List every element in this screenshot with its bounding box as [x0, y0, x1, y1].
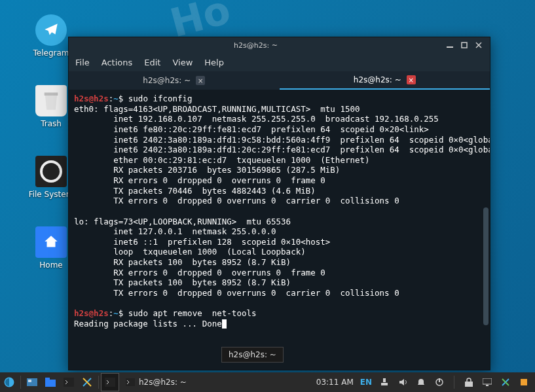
menu-bar: File Actions Edit View Help [69, 53, 490, 71]
menu-edit[interactable]: Edit [144, 58, 160, 67]
svg-rect-10 [383, 378, 386, 382]
app-menu-button[interactable] [0, 373, 18, 391]
terminal-launcher[interactable] [60, 373, 78, 391]
svg-rect-16 [486, 385, 489, 386]
trash-icon [35, 85, 67, 116]
svg-rect-0 [447, 46, 453, 48]
window-titlebar[interactable]: h2s@h2s: ~ [69, 37, 490, 53]
tab-label: h2s@h2s: ~ [354, 75, 401, 84]
taskbar-window-label: h2s@h2s: ~ [139, 378, 187, 387]
terminal-output[interactable]: h2s@h2s:~$ sudo ifconfig eth0: flags=416… [69, 90, 490, 370]
notifications-icon[interactable] [415, 378, 427, 387]
disk-icon [35, 156, 67, 187]
taskbar: h2s@h2s: ~ 03:11 AM EN [0, 372, 535, 392]
separator [454, 376, 454, 389]
lock-icon[interactable] [463, 378, 475, 387]
svg-rect-15 [483, 378, 492, 384]
window-title: h2s@h2s: ~ [69, 41, 443, 50]
svg-rect-13 [439, 378, 440, 382]
display-icon[interactable] [481, 378, 493, 386]
volume-icon[interactable] [397, 378, 409, 387]
taskbar-window-button[interactable]: h2s@h2s: ~ [119, 372, 193, 392]
terminal-icon [126, 378, 135, 386]
running-terminal-button[interactable] [101, 373, 119, 391]
tooltip: h2s@h2s: ~ [221, 347, 284, 363]
prompt-host: h2s@h2s [74, 308, 109, 318]
separator [98, 376, 99, 389]
menu-view[interactable]: View [172, 58, 193, 67]
output-block: eth0: flags=4163<UP,BROADCAST,RUNNING,MU… [74, 104, 490, 298]
svg-rect-11 [381, 383, 388, 385]
tray-icon-2[interactable] [518, 378, 530, 387]
prompt-path: ~ [113, 308, 119, 318]
menu-help[interactable]: Help [204, 58, 224, 67]
menu-file[interactable]: File [75, 58, 90, 67]
tab-close-icon[interactable]: × [407, 75, 416, 84]
menu-actions[interactable]: Actions [101, 58, 133, 67]
tab-close-icon[interactable]: × [196, 76, 205, 85]
svg-rect-14 [465, 382, 473, 387]
terminal-tab-active[interactable]: h2s@h2s: ~ × [280, 71, 490, 90]
tab-bar: h2s@h2s: ~ × h2s@h2s: ~ × [69, 71, 490, 90]
prompt-path: ~ [113, 94, 119, 103]
network-icon[interactable] [378, 378, 390, 387]
keyboard-layout-indicator[interactable]: EN [360, 378, 372, 387]
terminal-window: h2s@h2s: ~ File Actions Edit View Help h… [68, 37, 490, 370]
scrollbar-thumb[interactable] [483, 207, 489, 325]
svg-rect-9 [126, 378, 135, 386]
output-line: Reading package lists ... Done [74, 319, 222, 329]
command-text: sudo apt remove net-tools [128, 308, 257, 318]
kali-tools-launcher[interactable] [78, 373, 96, 391]
minimize-button[interactable] [445, 40, 455, 50]
tab-label: h2s@h2s: ~ [143, 76, 191, 85]
terminal-cursor [222, 319, 227, 329]
svg-rect-4 [28, 380, 31, 382]
power-icon[interactable] [434, 378, 445, 387]
clock[interactable]: 03:11 AM [316, 378, 354, 387]
home-folder-icon [35, 226, 67, 258]
command-text: sudo ifconfig [128, 94, 193, 103]
close-button[interactable] [473, 40, 484, 50]
prompt-host: h2s@h2s [74, 94, 109, 103]
tray-icon-1[interactable] [500, 378, 511, 387]
show-desktop-button[interactable] [23, 373, 41, 391]
svg-rect-8 [105, 378, 115, 387]
svg-rect-17 [521, 379, 527, 385]
separator [20, 376, 21, 389]
file-manager-launcher[interactable] [41, 373, 60, 391]
svg-rect-5 [45, 380, 56, 387]
maximize-button[interactable] [459, 40, 470, 50]
svg-rect-6 [45, 378, 50, 380]
svg-rect-7 [64, 378, 74, 387]
svg-rect-1 [462, 43, 467, 48]
terminal-tab[interactable]: h2s@h2s: ~ × [69, 71, 280, 90]
telegram-icon [35, 14, 67, 46]
